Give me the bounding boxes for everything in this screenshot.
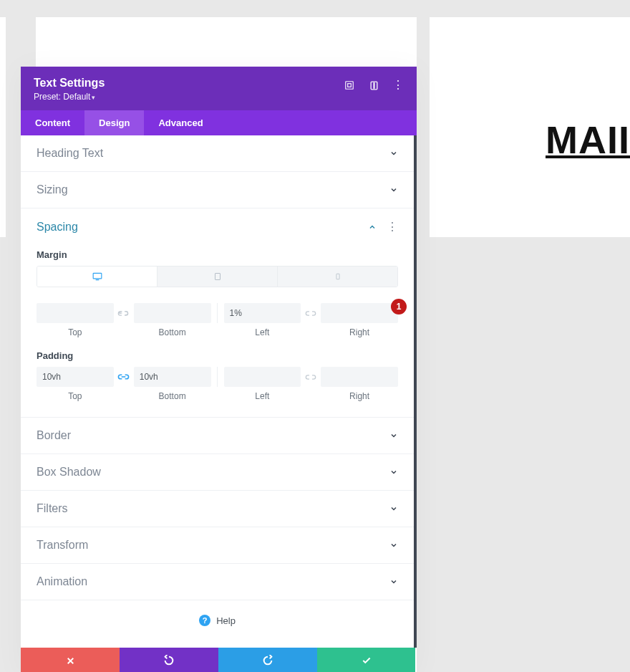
svg-rect-1 [348, 84, 352, 87]
modal-header: Text Settings Preset: Default▾ ⋮ [21, 67, 417, 110]
canvas-column-left [0, 17, 6, 237]
link-padding-tb-icon[interactable] [114, 367, 134, 387]
section-sizing-label: Sizing [37, 183, 68, 196]
modal-title: Text Settings [34, 77, 105, 90]
chevron-down-icon [389, 431, 398, 440]
section-spacing-label: Spacing [37, 221, 78, 234]
tab-advanced[interactable]: Advanced [144, 110, 217, 135]
svg-rect-0 [346, 82, 354, 90]
undo-button[interactable] [120, 648, 218, 672]
section-filters[interactable]: Filters [21, 491, 414, 527]
section-animation[interactable]: Animation [21, 564, 414, 600]
margin-bottom-input[interactable] [134, 303, 211, 323]
help-icon: ? [199, 615, 210, 626]
chevron-down-icon [389, 468, 398, 476]
caption-left: Left [224, 326, 301, 337]
help-link[interactable]: ? Help [21, 600, 414, 648]
device-tab-tablet[interactable] [158, 267, 277, 287]
link-padding-lr-icon[interactable] [301, 367, 321, 387]
section-transform-label: Transform [37, 539, 88, 552]
padding-left-input[interactable] [224, 367, 301, 387]
cancel-button[interactable] [21, 648, 120, 672]
chevron-down-icon: ▾ [92, 94, 95, 101]
caption-right: Right [321, 390, 398, 401]
section-animation-label: Animation [37, 575, 87, 588]
tab-design[interactable]: Design [84, 110, 144, 135]
margin-right-input[interactable] [321, 303, 398, 323]
canvas-column-right: MAII [430, 17, 630, 237]
caption-right: Right [321, 326, 398, 337]
section-transform[interactable]: Transform [21, 527, 414, 564]
divider [217, 367, 218, 387]
modal-header-actions: ⋮ [344, 77, 404, 91]
preset-label: Preset: Default [34, 92, 90, 102]
divider [217, 303, 218, 323]
padding-top-input[interactable] [37, 367, 114, 387]
annotation-marker-1: 1 [391, 299, 407, 315]
settings-tabs: Content Design Advanced [21, 110, 417, 135]
section-box-shadow-label: Box Shadow [37, 466, 101, 479]
preview-heading: MAII [430, 117, 630, 162]
redo-button[interactable] [218, 648, 317, 672]
section-kebab-icon[interactable]: ⋮ [387, 220, 398, 234]
modal-footer [21, 648, 417, 672]
svg-rect-3 [373, 82, 374, 89]
padding-label: Padding [37, 350, 398, 361]
section-heading-text-label: Heading Text [37, 147, 103, 160]
chevron-down-icon [389, 149, 398, 158]
device-tabs [37, 266, 398, 287]
device-tab-desktop[interactable] [37, 267, 157, 287]
section-filters-label: Filters [37, 502, 68, 515]
section-sizing[interactable]: Sizing [21, 172, 414, 208]
modal-header-left: Text Settings Preset: Default▾ [34, 77, 105, 102]
responsive-toggle-icon[interactable] [368, 80, 379, 91]
chevron-down-icon [389, 504, 398, 513]
help-label: Help [216, 615, 236, 626]
spacing-body: Margin [21, 249, 414, 418]
margin-label: Margin [37, 249, 398, 260]
preset-selector[interactable]: Preset: Default▾ [34, 92, 105, 102]
chevron-down-icon [389, 541, 398, 549]
settings-panel: Heading Text Sizing Spacing ⋮ Margin [21, 135, 417, 648]
margin-inputs: Top Bottom Left Right 1 [37, 303, 398, 337]
section-border[interactable]: Border [21, 418, 414, 454]
caption-top: Top [37, 326, 114, 337]
section-border-label: Border [37, 429, 71, 442]
chevron-down-icon [389, 186, 398, 194]
margin-top-input[interactable] [37, 303, 114, 323]
margin-left-input[interactable] [224, 303, 301, 323]
caption-top: Top [37, 390, 114, 401]
settings-modal: Text Settings Preset: Default▾ ⋮ Content… [21, 67, 417, 672]
padding-bottom-input[interactable] [134, 367, 211, 387]
padding-inputs: Top Bottom Left Right [37, 367, 398, 401]
expand-icon[interactable] [344, 80, 355, 91]
chevron-down-icon [389, 577, 398, 586]
section-spacing[interactable]: Spacing ⋮ [21, 208, 414, 245]
chevron-up-icon [368, 223, 377, 231]
tab-content[interactable]: Content [21, 110, 84, 135]
save-button[interactable] [317, 648, 415, 672]
link-margin-tb-icon[interactable] [114, 303, 134, 323]
section-heading-text[interactable]: Heading Text [21, 135, 414, 172]
svg-rect-4 [93, 273, 102, 279]
caption-bottom: Bottom [134, 326, 211, 337]
svg-rect-6 [215, 274, 220, 280]
device-tab-phone[interactable] [278, 267, 397, 287]
link-margin-lr-icon[interactable] [301, 303, 321, 323]
caption-left: Left [224, 390, 301, 401]
caption-bottom: Bottom [134, 390, 211, 401]
padding-right-input[interactable] [321, 367, 398, 387]
kebab-menu-icon[interactable]: ⋮ [392, 80, 404, 91]
svg-rect-7 [336, 274, 339, 279]
section-box-shadow[interactable]: Box Shadow [21, 454, 414, 491]
